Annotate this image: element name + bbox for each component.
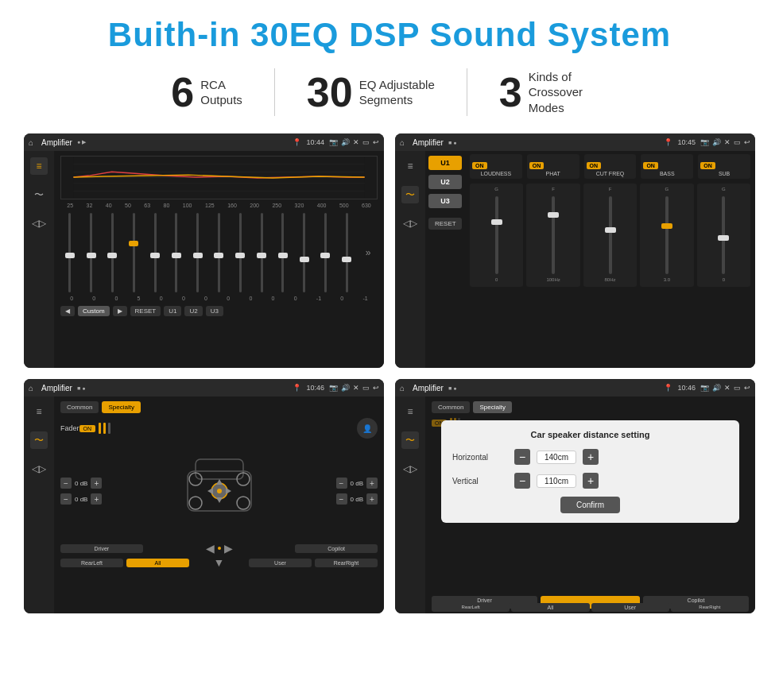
distance-user-btn[interactable]: User bbox=[591, 603, 669, 612]
fader-screen-panel: ⌂ Amplifier ■ ● 📍 10:46 📷 🔊 ✕ ▭ ↩ ≡ 〜 bbox=[24, 379, 384, 613]
crossover-sidebar-eq-icon[interactable]: ≡ bbox=[401, 157, 419, 175]
fader-plus-4[interactable]: + bbox=[366, 493, 378, 505]
distance-sidebar-vol-icon[interactable]: ◁▷ bbox=[401, 460, 419, 478]
eq-slider-14[interactable] bbox=[337, 213, 356, 292]
eq-slider-12[interactable] bbox=[295, 213, 314, 292]
crossover-home-icon[interactable]: ⌂ bbox=[400, 138, 405, 147]
distance-topbar-pin-icon: 📍 bbox=[664, 384, 672, 392]
eq-slider-7[interactable] bbox=[188, 213, 207, 292]
eq-prev-btn[interactable]: ◀ bbox=[60, 306, 75, 316]
distance-vertical-plus[interactable]: + bbox=[583, 473, 599, 489]
fader-plus-2[interactable]: + bbox=[91, 493, 102, 505]
crossover-vslider-2[interactable]: F 100Hz bbox=[526, 184, 579, 287]
eq-slider-4[interactable] bbox=[124, 213, 143, 292]
distance-horizontal-minus[interactable]: − bbox=[514, 449, 530, 465]
fader-rearleft-btn[interactable]: RearLeft bbox=[60, 559, 123, 567]
svg-marker-16 bbox=[207, 488, 213, 494]
fader-screen-content: ≡ 〜 ◁▷ Common Specialty Fader ON bbox=[24, 396, 384, 613]
distance-horizontal-plus[interactable]: + bbox=[583, 449, 599, 465]
distance-dialog: Car speaker distance setting Horizontal … bbox=[441, 420, 739, 523]
crossover-u3-btn[interactable]: U3 bbox=[428, 194, 462, 208]
eq-expand-btn[interactable]: » bbox=[358, 213, 378, 292]
fader-sidebar-wave-icon[interactable]: 〜 bbox=[30, 431, 48, 449]
eq-play-btn[interactable]: ▶ bbox=[113, 306, 127, 316]
fader-db-val-3: 0 dB bbox=[351, 480, 363, 487]
eq-sidebar-eq-icon[interactable]: ≡ bbox=[30, 157, 48, 175]
crossover-sidebar-wave-icon[interactable]: 〜 bbox=[401, 186, 419, 203]
fader-minus-3[interactable]: − bbox=[336, 478, 347, 489]
eq-dot-icons: ● ▶ bbox=[77, 139, 86, 145]
distance-all-btn[interactable]: All bbox=[511, 603, 589, 612]
svg-point-11 bbox=[237, 497, 250, 509]
fader-rearright-btn[interactable]: RearRight bbox=[315, 559, 378, 567]
eq-reset-btn[interactable]: RESET bbox=[130, 306, 161, 316]
distance-sidebar-eq-icon[interactable]: ≡ bbox=[401, 403, 419, 420]
fader-tab-specialty[interactable]: Specialty bbox=[102, 401, 140, 413]
crossover-cutfreq-module: ON CUT FREQ bbox=[584, 154, 637, 179]
fader-minus-2[interactable]: − bbox=[60, 493, 72, 505]
crossover-u1-btn[interactable]: U1 bbox=[428, 156, 462, 170]
fader-minus-1[interactable]: − bbox=[60, 478, 72, 489]
crossover-vslider-1[interactable]: G 0 bbox=[470, 184, 523, 287]
distance-rearright-btn[interactable]: RearRight bbox=[671, 603, 749, 612]
eq-slider-10[interactable] bbox=[252, 213, 271, 292]
fader-sidebar-vol-icon[interactable]: ◁▷ bbox=[30, 460, 48, 478]
distance-confirm-button[interactable]: Confirm bbox=[560, 497, 620, 513]
crossover-reset-btn[interactable]: RESET bbox=[428, 218, 462, 230]
eq-sidebar-wave-icon[interactable]: 〜 bbox=[30, 186, 48, 203]
eq-screen-content: ≡ 〜 ◁▷ bbox=[24, 151, 384, 368]
eq-topbar: ⌂ Amplifier ● ▶ 📍 10:44 📷 🔊 ✕ ▭ ↩ bbox=[24, 133, 384, 151]
eq-slider-2[interactable] bbox=[82, 213, 101, 292]
eq-slider-3[interactable] bbox=[103, 213, 122, 292]
distance-tab-specialty[interactable]: Specialty bbox=[473, 401, 511, 413]
eq-slider-13[interactable] bbox=[316, 213, 335, 292]
distance-horizontal-row: Horizontal − 140cm + bbox=[452, 449, 728, 465]
stat-label-eq: EQ AdjustableSegments bbox=[359, 77, 435, 108]
crossover-sidebar-vol-icon[interactable]: ◁▷ bbox=[401, 215, 419, 232]
eq-slider-8[interactable] bbox=[210, 213, 229, 292]
eq-slider-9[interactable] bbox=[231, 213, 250, 292]
fader-all-btn[interactable]: All bbox=[126, 559, 189, 567]
distance-vertical-minus[interactable]: − bbox=[514, 473, 530, 489]
fader-tab-common[interactable]: Common bbox=[60, 401, 99, 413]
fader-minus-4[interactable]: − bbox=[336, 493, 347, 505]
fader-user-btn[interactable]: User bbox=[249, 559, 312, 567]
page-wrapper: Buith-in 30EQ DSP Sound System 6 RCAOutp… bbox=[0, 0, 779, 700]
eq-screen-title: Amplifier bbox=[41, 138, 72, 147]
eq-u3-btn[interactable]: U3 bbox=[206, 306, 223, 316]
crossover-vslider-4[interactable]: G 3.0 bbox=[640, 184, 693, 287]
eq-slider-6[interactable] bbox=[167, 213, 186, 292]
crossover-vslider-5[interactable]: G 0 bbox=[697, 184, 750, 287]
distance-tab-common[interactable]: Common bbox=[432, 401, 470, 413]
crossover-u2-btn[interactable]: U2 bbox=[428, 175, 462, 189]
eq-custom-btn[interactable]: Custom bbox=[78, 306, 110, 316]
crossover-topbar: ⌂ Amplifier ■ ● 📍 10:45 📷 🔊 ✕ ▭ ↩ bbox=[395, 133, 755, 151]
distance-sidebar-wave-icon[interactable]: 〜 bbox=[401, 431, 419, 449]
eq-slider-1[interactable] bbox=[60, 213, 79, 292]
distance-window-icon: ▭ bbox=[734, 384, 741, 392]
crossover-u-panel: U1 U2 U3 RESET bbox=[425, 151, 465, 368]
eq-slider-11[interactable] bbox=[273, 213, 293, 292]
eq-u2-btn[interactable]: U2 bbox=[184, 306, 202, 316]
eq-u1-btn[interactable]: U1 bbox=[164, 306, 181, 316]
fader-sidebar-eq-icon[interactable]: ≡ bbox=[30, 403, 48, 420]
eq-sidebar-vol-icon[interactable]: ◁▷ bbox=[30, 215, 48, 232]
crossover-vslider-3[interactable]: F 80Hz bbox=[583, 184, 637, 287]
fader-copilot-btn[interactable]: Copilot bbox=[295, 544, 378, 553]
fader-plus-3[interactable]: + bbox=[366, 478, 378, 489]
screens-grid: ⌂ Amplifier ● ▶ 📍 10:44 📷 🔊 ✕ ▭ ↩ ≡ 〜 bbox=[24, 133, 755, 613]
distance-rearleft-btn[interactable]: RearLeft bbox=[432, 603, 510, 612]
cutfreq-label: CUT FREQ bbox=[587, 171, 634, 176]
distance-screen-panel: ⌂ Amplifier ■ ● 📍 10:46 📷 🔊 ✕ ▭ ↩ ≡ 〜 bbox=[395, 379, 755, 613]
fader-plus-1[interactable]: + bbox=[91, 478, 102, 489]
crossover-camera-icon: 📷 bbox=[700, 138, 709, 146]
distance-main-area: Common Specialty ON Car spe bbox=[425, 396, 755, 613]
distance-home-icon[interactable]: ⌂ bbox=[400, 384, 405, 393]
stat-label-crossover: Kinds ofCrossover Modes bbox=[529, 69, 608, 116]
fader-topbar-time: 10:46 bbox=[306, 384, 324, 392]
fader-home-icon[interactable]: ⌂ bbox=[29, 384, 33, 393]
eq-slider-5[interactable] bbox=[145, 213, 165, 292]
home-icon[interactable]: ⌂ bbox=[29, 138, 33, 147]
distance-vertical-row: Vertical − 110cm + bbox=[452, 473, 728, 489]
fader-driver-btn[interactable]: Driver bbox=[60, 544, 143, 553]
